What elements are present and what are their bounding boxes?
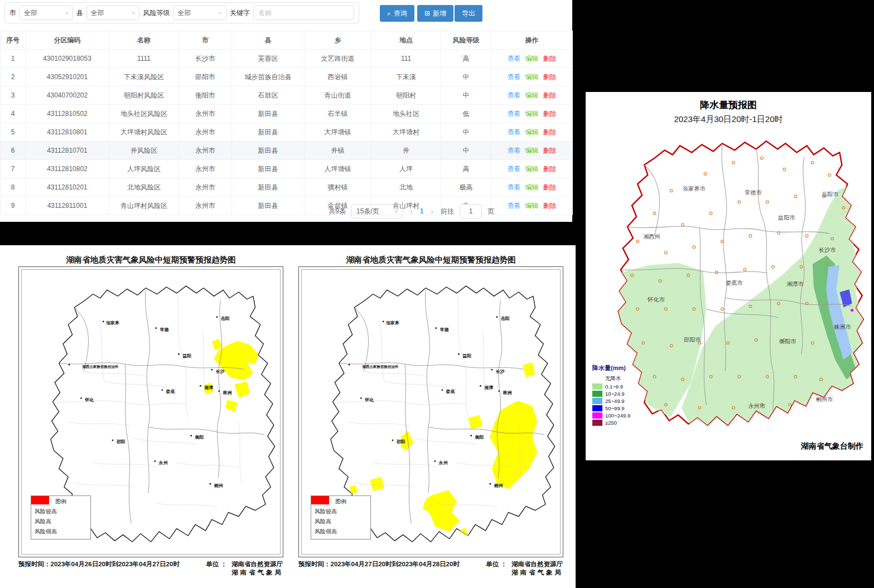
svg-text:湘潭市: 湘潭市 bbox=[786, 281, 804, 287]
goto-label: 前往 bbox=[441, 207, 454, 216]
svg-text:株洲市: 株洲市 bbox=[833, 324, 851, 330]
trend-maps-panel: 湖南省地质灾害气象风险中短期预警预报趋势图 bbox=[0, 245, 576, 588]
trend-legend: 图例 风险较高 风险高 风险很高 bbox=[311, 495, 371, 540]
col-seq: 序号 bbox=[1, 31, 26, 50]
svg-text:张家界: 张家界 bbox=[106, 320, 119, 325]
add-button[interactable]: ⊞ 新增 bbox=[417, 5, 453, 22]
svg-text:常德市: 常德市 bbox=[745, 189, 762, 196]
precip-credit: 湖南省气象台制作 bbox=[801, 441, 863, 451]
unit-credit: 单位 ： 湖南省自然资源厅 湖南省气象局 bbox=[206, 560, 283, 577]
svg-text:郴州市: 郴州市 bbox=[816, 396, 833, 402]
keyword-input[interactable] bbox=[253, 6, 354, 20]
plus-box-icon: ⊞ bbox=[424, 10, 430, 17]
delete-link[interactable]: 删除 bbox=[543, 55, 557, 62]
page-unit-label: 页 bbox=[487, 207, 494, 216]
edit-link[interactable]: 编辑 bbox=[525, 73, 539, 81]
precip-map-title: 降水量预报图 bbox=[586, 92, 871, 111]
search-button[interactable]: ⌕ 查询 bbox=[380, 5, 414, 22]
page-size-select[interactable]: 15条/页 ˅ bbox=[351, 204, 403, 218]
edit-link[interactable]: 编辑 bbox=[525, 55, 539, 62]
total-count: 共9条 bbox=[329, 207, 346, 216]
trend-map-title: 湖南省地质灾害气象风险中短期预警预报趋势图 bbox=[18, 253, 283, 266]
delete-link[interactable]: 删除 bbox=[543, 91, 557, 99]
delete-link[interactable]: 删除 bbox=[543, 110, 557, 118]
forecast-time: 预报时间：2023年04月27日20时到2023年04月28日20时 bbox=[298, 560, 460, 577]
precip-legend: 降水量(mm) 无降水 0.1~9.9 10~24.9 25~49.9 50~9… bbox=[592, 364, 630, 426]
edit-link[interactable]: 编辑 bbox=[525, 91, 539, 99]
svg-text:常德: 常德 bbox=[160, 327, 169, 332]
svg-text:永州市: 永州市 bbox=[748, 403, 765, 409]
svg-text:长沙市: 长沙市 bbox=[819, 247, 836, 253]
delete-link[interactable]: 删除 bbox=[543, 147, 557, 154]
export-button[interactable]: 导出 bbox=[455, 5, 482, 22]
svg-text:岳阳: 岳阳 bbox=[500, 316, 510, 321]
filter-bar: 市 全部 ˅ 县 全部 ˅ 风险等级 全部 ˅ 关键字 bbox=[4, 2, 359, 23]
col-actions: 操作 bbox=[491, 31, 573, 50]
svg-text:郴州: 郴州 bbox=[494, 483, 503, 488]
delete-link[interactable]: 删除 bbox=[543, 183, 557, 191]
svg-text:常德: 常德 bbox=[440, 327, 449, 332]
legend-swatch bbox=[592, 398, 602, 404]
legend-swatch bbox=[592, 391, 602, 397]
view-link[interactable]: 查看 bbox=[508, 55, 521, 62]
svg-text:益阳市: 益阳市 bbox=[778, 215, 795, 221]
trend-map-2: 湖南省地质灾害气象风险中短期预警预报趋势图 bbox=[298, 253, 563, 577]
col-place: 地点 bbox=[371, 31, 441, 50]
svg-text:怀化: 怀化 bbox=[84, 397, 94, 402]
delete-link[interactable]: 删除 bbox=[543, 165, 557, 173]
trend-map-1: 湖南省地质灾害气象风险中短期预警预报趋势图 bbox=[18, 253, 283, 577]
col-code: 分区编码 bbox=[26, 31, 109, 50]
edit-link[interactable]: 编辑 bbox=[525, 128, 539, 136]
edit-link[interactable]: 编辑 bbox=[525, 147, 539, 154]
county-select[interactable]: 全部 ˅ bbox=[86, 6, 140, 20]
delete-link[interactable]: 删除 bbox=[543, 128, 557, 136]
svg-text:怀化: 怀化 bbox=[364, 397, 374, 402]
rain-area-magenta bbox=[851, 309, 853, 312]
svg-text:湘西州: 湘西州 bbox=[643, 234, 660, 240]
view-link[interactable]: 查看 bbox=[508, 73, 521, 81]
table-row: 443112810502地头社区风险区永州市新田县石羊镇地头社区低 查看编辑删除 bbox=[1, 105, 573, 123]
legend-swatch bbox=[592, 383, 602, 390]
table-header-row: 序号 分区编码 名称 市 县 乡 地点 风险等级 操作 bbox=[1, 31, 573, 50]
svg-text:湘潭: 湘潭 bbox=[204, 385, 213, 390]
svg-text:湘西土家族苗族自治州: 湘西土家族苗族自治州 bbox=[81, 365, 118, 369]
delete-link[interactable]: 删除 bbox=[543, 202, 557, 210]
table-row: 143010290180531111长沙市芙蓉区文艺路街道111高 查看编辑删除 bbox=[1, 50, 573, 68]
legend-swatch bbox=[592, 405, 602, 411]
edit-link[interactable]: 编辑 bbox=[525, 110, 539, 118]
trend-map-title: 湖南省地质灾害气象风险中短期预警预报趋势图 bbox=[298, 253, 563, 266]
next-page-icon[interactable]: › bbox=[429, 207, 435, 216]
col-county: 县 bbox=[232, 31, 305, 50]
svg-text:岳阳: 岳阳 bbox=[220, 316, 230, 321]
precip-map-panel: 降水量预报图 2023年4月30日20时-1日20时 bbox=[586, 92, 871, 460]
goto-page-input[interactable] bbox=[460, 204, 482, 218]
svg-text:娄底市: 娄底市 bbox=[726, 280, 743, 286]
svg-text:衡阳市: 衡阳市 bbox=[779, 338, 796, 344]
svg-text:长沙: 长沙 bbox=[216, 369, 225, 374]
delete-link[interactable]: 删除 bbox=[543, 73, 557, 81]
city-select[interactable]: 全部 ˅ bbox=[20, 6, 73, 20]
edit-link[interactable]: 编辑 bbox=[525, 183, 539, 191]
view-link[interactable]: 查看 bbox=[508, 128, 521, 136]
search-icon: ⌕ bbox=[387, 10, 391, 17]
edit-link[interactable]: 编辑 bbox=[525, 165, 539, 173]
edit-link[interactable]: 编辑 bbox=[525, 202, 539, 210]
view-link[interactable]: 查看 bbox=[508, 202, 521, 210]
svg-text:益阳: 益阳 bbox=[462, 353, 471, 358]
chevron-down-icon: ˅ bbox=[65, 11, 69, 16]
svg-text:株洲: 株洲 bbox=[503, 390, 512, 395]
view-link[interactable]: 查看 bbox=[508, 147, 521, 154]
view-link[interactable]: 查看 bbox=[508, 165, 521, 173]
view-link[interactable]: 查看 bbox=[508, 91, 521, 99]
prev-page-icon[interactable]: ‹ bbox=[408, 207, 414, 216]
risk-zone-panel: 市 全部 ˅ 县 全部 ˅ 风险等级 全部 ˅ 关键字 ⌕ 查询 ⊞ 新增 导出 bbox=[0, 0, 572, 222]
view-link[interactable]: 查看 bbox=[508, 183, 521, 191]
svg-text:永州: 永州 bbox=[158, 460, 168, 465]
chevron-down-icon: ˅ bbox=[394, 208, 398, 215]
current-page[interactable]: 1 bbox=[420, 207, 424, 215]
risk-level-select[interactable]: 全部 ˅ bbox=[173, 6, 226, 20]
svg-text:娄底: 娄底 bbox=[166, 389, 175, 394]
view-link[interactable]: 查看 bbox=[508, 110, 521, 118]
svg-text:怀化市: 怀化市 bbox=[647, 297, 665, 303]
svg-text:郴州: 郴州 bbox=[214, 483, 223, 488]
